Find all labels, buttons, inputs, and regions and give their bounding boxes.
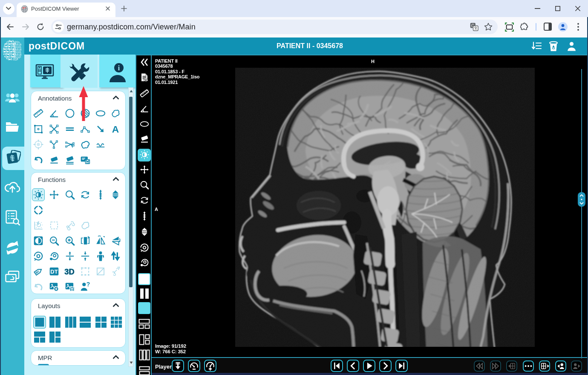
svg-text:♻: ♻	[552, 46, 555, 50]
svg-text:i: i	[118, 64, 120, 72]
svg-text:010: 010	[13, 58, 18, 61]
svg-text:1■01■1: 1■01■1	[3, 58, 13, 61]
